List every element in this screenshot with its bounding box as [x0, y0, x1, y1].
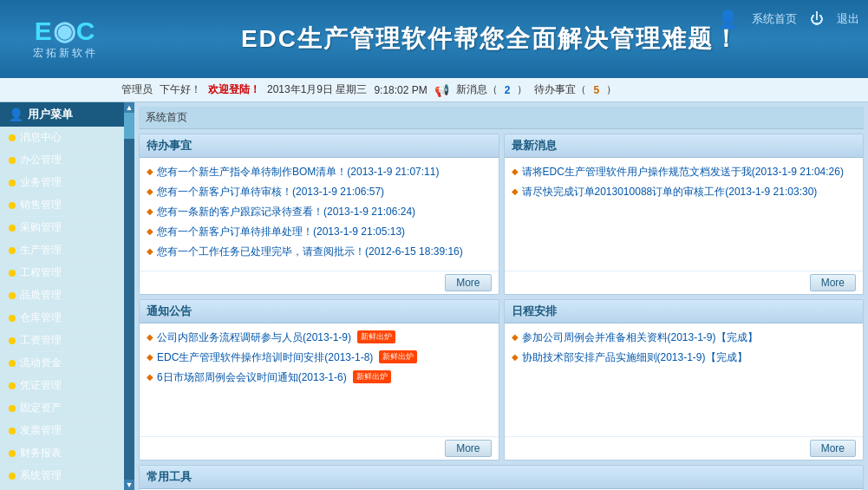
- todo-link-1[interactable]: 您有一个新生产指令单待制作BOM清单！(2013-1-9 21:07:11): [157, 165, 439, 180]
- breadcrumb: 系统首页: [139, 107, 864, 129]
- todo-link-5[interactable]: 您有一个工作任务已处理完毕，请查阅批示！(2012-6-15 18:39:16): [157, 245, 463, 259]
- header: E◉C 宏拓新软件 EDC生产管理软件帮您全面解决管理难题！ 👤 系统首页 ⏻ …: [0, 0, 868, 78]
- scroll-up-button[interactable]: ▲: [124, 102, 134, 113]
- notice-panel-footer: More: [140, 436, 499, 460]
- sidebar-item-salary-mgmt[interactable]: 工资管理: [0, 330, 124, 352]
- sidebar-item-cash-flow[interactable]: 流动资金: [0, 352, 124, 375]
- scroll-down-button[interactable]: ▼: [124, 480, 134, 490]
- todo-item-4: ◆ 您有一个新客户订单待排单处理！(2013-1-9 21:05:13): [147, 222, 492, 242]
- news-panel-footer: More: [505, 271, 864, 294]
- schedule-more-button[interactable]: More: [810, 440, 856, 457]
- diamond-icon: ◆: [147, 352, 153, 362]
- notice-link-3[interactable]: 6日市场部周例会会议时间通知(2013-1-6): [157, 370, 347, 385]
- main-layout: 👤 用户菜单 消息中心 办公管理 业务管理 销售管理 采购管理: [0, 102, 868, 490]
- sidebar-item-voucher-mgmt[interactable]: 凭证管理: [0, 375, 124, 397]
- sidebar-item-purchase-mgmt[interactable]: 采购管理: [0, 217, 124, 239]
- todo-more-button[interactable]: More: [445, 274, 491, 291]
- sidebar-item-engineering-mgmt[interactable]: 工程管理: [0, 262, 124, 284]
- date-display: 2013年1月9日 星期三: [267, 82, 367, 97]
- dot-icon: [9, 270, 16, 277]
- sidebar-item-sales-mgmt[interactable]: 销售管理: [0, 194, 124, 217]
- notice-panel-header: 通知公告: [140, 300, 499, 323]
- notice-link-1[interactable]: 公司内部业务流程调研参与人员(2013-1-9): [157, 330, 351, 345]
- todo-link-4[interactable]: 您有一个新客户订单待排单处理！(2013-1-9 21:05:13): [157, 225, 405, 239]
- sidebar-label-voucher: 凭证管理: [20, 378, 62, 393]
- greeting: 下午好！: [160, 82, 201, 97]
- sidebar-label-sales: 销售管理: [20, 198, 62, 212]
- new-msg-count[interactable]: 2: [505, 84, 511, 96]
- sidebar-label-biz: 业务管理: [20, 175, 62, 190]
- sidebar-item-quality-mgmt[interactable]: 品质管理: [0, 284, 124, 307]
- todo-item-1: ◆ 您有一个新生产指令单待制作BOM清单！(2013-1-9 21:07:11): [147, 162, 492, 182]
- diamond-icon: ◆: [147, 332, 153, 342]
- dot-icon: [9, 382, 16, 389]
- diamond-icon: ◆: [147, 167, 153, 176]
- header-nav: 👤 系统首页 ⏻ 退出: [717, 9, 859, 29]
- sidebar-label-production: 生产管理: [20, 243, 62, 258]
- nav-home-link[interactable]: 系统首页: [752, 11, 797, 27]
- todo-link-3[interactable]: 您有一条新的客户跟踪记录待查看！(2013-1-9 21:06:24): [157, 205, 415, 219]
- dot-icon: [9, 360, 16, 367]
- notice-item-2: ◆ EDC生产管理软件操作培训时间安排(2013-1-8) 新鲜出炉: [147, 348, 492, 368]
- diamond-icon: ◆: [147, 186, 153, 196]
- notice-link-2[interactable]: EDC生产管理软件操作培训时间安排(2013-1-8): [157, 350, 373, 365]
- dot-icon: [9, 450, 16, 457]
- diamond-icon: ◆: [512, 167, 519, 176]
- todo-panel-footer: More: [140, 271, 499, 294]
- scroll-track: [124, 113, 134, 480]
- scroll-thumb[interactable]: [124, 113, 134, 139]
- todo-item-3: ◆ 您有一条新的客户跟踪记录待查看！(2013-1-9 21:06:24): [147, 202, 492, 222]
- diamond-icon: ◆: [512, 332, 519, 342]
- diamond-icon: ◆: [512, 186, 519, 196]
- sidebar-item-fixed-assets[interactable]: 固定资产: [0, 397, 124, 420]
- new-msg-label: 新消息（: [456, 82, 498, 97]
- notice-badge-2: 新鲜出炉: [379, 350, 417, 363]
- logo-area: E◉C 宏拓新软件: [9, 4, 121, 74]
- dot-icon: [9, 134, 16, 141]
- notice-item-3: ◆ 6日市场部周例会会议时间通知(2013-1-6) 新鲜出炉: [147, 368, 492, 388]
- sidebar-item-invoice-mgmt[interactable]: 发票管理: [0, 420, 124, 442]
- schedule-link-2[interactable]: 协助技术部安排产品实施细则(2013-1-9)【完成】: [522, 350, 747, 365]
- sidebar-item-production-mgmt[interactable]: 生产管理: [0, 239, 124, 262]
- logo-text: E◉C: [35, 18, 96, 44]
- notice-panel: 通知公告 ◆ 公司内部业务流程调研参与人员(2013-1-9) 新鲜出炉 ◆ E…: [139, 299, 499, 461]
- dot-icon: [9, 337, 16, 344]
- todo-panel-header: 待办事宜: [140, 134, 499, 158]
- news-link-2[interactable]: 请尽快完成订单2013010088订单的审核工作(2013-1-9 21:03:…: [522, 185, 818, 199]
- news-panel-header: 最新消息: [505, 134, 864, 158]
- sidebar-item-biz-mgmt[interactable]: 业务管理: [0, 172, 124, 194]
- sidebar-label-purchase: 采购管理: [20, 220, 62, 235]
- sidebar-item-info-center[interactable]: 消息中心: [0, 127, 124, 149]
- sidebar-item-system-mgmt[interactable]: 系统管理: [0, 465, 124, 487]
- diamond-icon: ◆: [147, 206, 153, 216]
- nav-logout-link[interactable]: 退出: [837, 11, 859, 27]
- sidebar-item-finance-report[interactable]: 财务报表: [0, 442, 124, 465]
- dot-icon: [9, 202, 16, 209]
- news-link-1[interactable]: 请将EDC生产管理软件用户操作规范文档发送于我(2013-1-9 21:04:2…: [522, 165, 844, 180]
- todo-count[interactable]: 5: [593, 84, 599, 96]
- diamond-icon: ◆: [147, 246, 153, 256]
- sidebar-item-office-mgmt[interactable]: 办公管理: [0, 149, 124, 172]
- schedule-link-1[interactable]: 参加公司周例会并准备相关资料(2013-1-9)【完成】: [522, 330, 758, 345]
- sidebar-header: 👤 用户菜单: [0, 102, 124, 127]
- panels-grid: 待办事宜 ◆ 您有一个新生产指令单待制作BOM清单！(2013-1-9 21:0…: [139, 134, 864, 490]
- todo-item-2: ◆ 您有一个新客户订单待审核！(2013-1-9 21:06:57): [147, 182, 492, 202]
- tools-panel: 常用工具 万年历 手机网络 世界时间 邮政编码 在线计算器: [139, 465, 864, 490]
- sidebar-label-warehouse: 仓库管理: [20, 310, 62, 325]
- tools-panel-header: 常用工具: [140, 466, 863, 489]
- dot-icon: [9, 180, 16, 186]
- sidebar-label-system: 系统管理: [20, 468, 62, 483]
- news-more-button[interactable]: More: [810, 274, 856, 291]
- sidebar-item-warehouse-mgmt[interactable]: 仓库管理: [0, 307, 124, 330]
- dot-icon: [9, 157, 16, 164]
- notice-item-1: ◆ 公司内部业务流程调研参与人员(2013-1-9) 新鲜出炉: [147, 328, 492, 348]
- content-area: 系统首页 待办事宜 ◆ 您有一个新生产指令单待制作BOM清单！(2013-1-9…: [134, 102, 868, 490]
- notice-more-button[interactable]: More: [445, 440, 491, 457]
- sidebar-header-label: 用户菜单: [28, 107, 73, 122]
- todo-panel: 待办事宜 ◆ 您有一个新生产指令单待制作BOM清单！(2013-1-9 21:0…: [139, 134, 499, 295]
- news-item-1: ◆ 请将EDC生产管理软件用户操作规范文档发送于我(2013-1-9 21:04…: [512, 162, 857, 182]
- todo-link-2[interactable]: 您有一个新客户订单待审核！(2013-1-9 21:06:57): [157, 185, 384, 199]
- sidebar-scrollbar: ▲ ▼: [124, 102, 134, 490]
- sidebar-label-invoice: 发票管理: [20, 423, 62, 438]
- sidebar-label-finance: 财务报表: [20, 446, 62, 461]
